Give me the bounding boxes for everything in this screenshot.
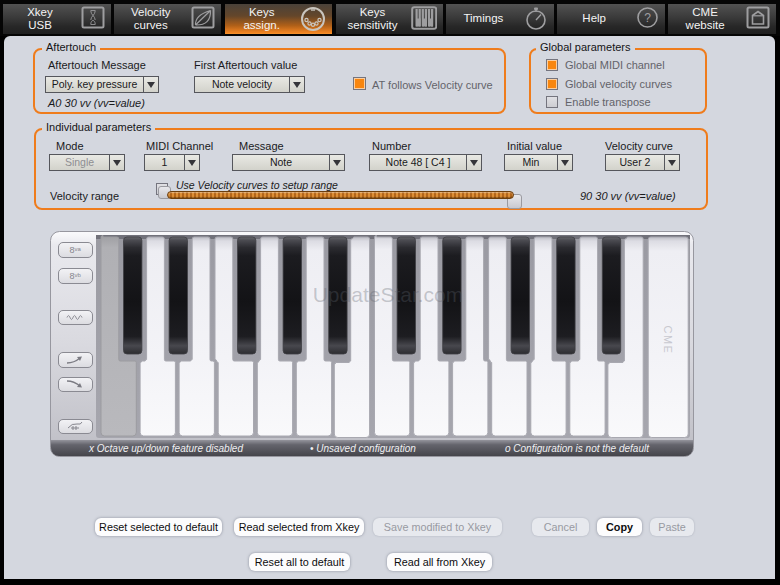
svg-text:• Unsaved configuration: • Unsaved configuration xyxy=(310,443,416,454)
svg-text:o Configuration is not the def: o Configuration is not the default xyxy=(505,443,650,454)
svg-text:?: ? xyxy=(644,11,651,25)
svg-text:CME: CME xyxy=(662,326,674,355)
svg-text:UpdateStar.com: UpdateStar.com xyxy=(313,283,464,306)
svg-text:x Octave up/down feature disab: x Octave up/down feature disabled xyxy=(88,443,243,454)
